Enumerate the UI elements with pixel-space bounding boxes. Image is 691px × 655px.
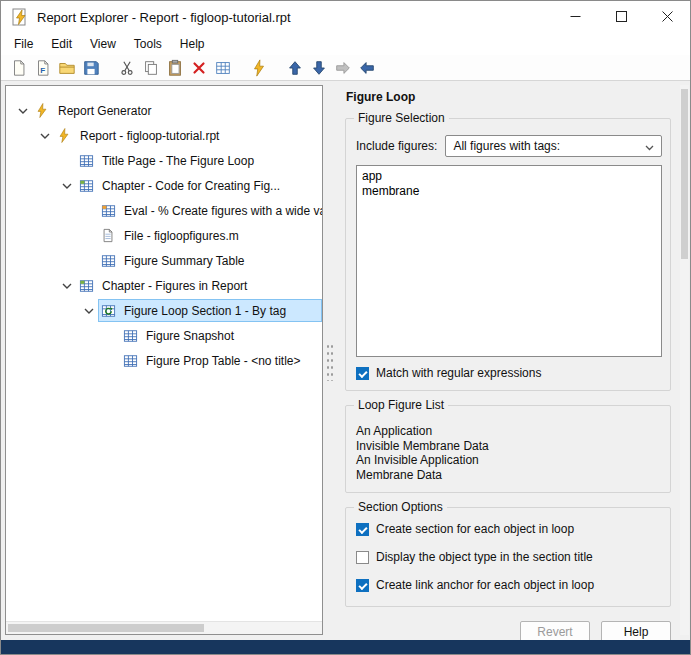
tree-item-label: Report Generator bbox=[58, 104, 151, 118]
edit-table-icon[interactable] bbox=[211, 57, 235, 79]
chevron-down-icon[interactable] bbox=[18, 107, 32, 115]
tree-horizontal-scrollbar[interactable] bbox=[6, 621, 322, 634]
minimize-button[interactable] bbox=[552, 1, 598, 32]
loop-figure-item: An Application bbox=[356, 424, 662, 439]
table-icon bbox=[79, 154, 96, 168]
loop-figure-item: Invisible Membrane Data bbox=[356, 439, 662, 454]
tree-item-label: Chapter - Figures in Report bbox=[102, 279, 247, 293]
group-title: Loop Figure List bbox=[354, 398, 448, 412]
tag-list-item[interactable]: membrane bbox=[362, 184, 656, 199]
toolbar-separator bbox=[103, 57, 115, 79]
loop-icon bbox=[101, 304, 118, 318]
include-figures-dropdown[interactable]: All figures with tags: bbox=[445, 135, 662, 157]
menu-edit[interactable]: Edit bbox=[42, 34, 81, 54]
tree-item-eval[interactable]: Eval - % Create figures with a wide var.… bbox=[6, 198, 322, 223]
table-icon bbox=[123, 354, 140, 368]
create-section-checkbox[interactable] bbox=[356, 523, 369, 536]
table-icon bbox=[123, 329, 140, 343]
move-up-icon[interactable] bbox=[283, 57, 307, 79]
tree-item-report-generator[interactable]: Report Generator bbox=[6, 98, 322, 123]
maximize-button[interactable] bbox=[598, 1, 644, 32]
display-object-type-checkbox-label: Display the object type in the section t… bbox=[376, 550, 593, 564]
tree-item-label: Title Page - The Figure Loop bbox=[102, 154, 254, 168]
status-bar bbox=[1, 640, 690, 654]
open-icon[interactable] bbox=[55, 57, 79, 79]
report-explorer-window: Report Explorer - Report - figloop-tutor… bbox=[0, 0, 691, 655]
menu-view[interactable]: View bbox=[81, 34, 125, 54]
tree-item-figure-snapshot[interactable]: Figure Snapshot bbox=[6, 323, 322, 348]
group-title: Section Options bbox=[354, 500, 447, 514]
tree-item-file[interactable]: File - figloopfigures.m bbox=[6, 223, 322, 248]
window-title: Report Explorer - Report - figloop-tutor… bbox=[37, 10, 552, 25]
regex-checkbox-label: Match with regular expressions bbox=[376, 366, 541, 380]
chevron-down-icon[interactable] bbox=[84, 307, 98, 315]
loop-figure-item: An Invisible Application bbox=[356, 453, 662, 468]
close-button[interactable] bbox=[644, 1, 690, 32]
move-down-icon[interactable] bbox=[307, 57, 331, 79]
delete-icon[interactable] bbox=[187, 57, 211, 79]
tree-item-figure-loop-section[interactable]: Figure Loop Section 1 - By tag bbox=[6, 298, 322, 323]
new-report-icon[interactable] bbox=[7, 57, 31, 79]
menu-help[interactable]: Help bbox=[171, 34, 214, 54]
tree-item-label: Chapter - Code for Creating Fig... bbox=[102, 179, 280, 193]
display-object-type-checkbox[interactable] bbox=[356, 551, 369, 564]
scrollbar-thumb[interactable] bbox=[681, 89, 688, 259]
save-icon[interactable] bbox=[79, 57, 103, 79]
tag-list-item[interactable]: app bbox=[362, 169, 656, 184]
paste-icon[interactable] bbox=[163, 57, 187, 79]
chapter-icon bbox=[79, 179, 96, 193]
outline-tree-panel: Report Generator Report - figloop-tutori… bbox=[5, 85, 323, 635]
chevron-down-icon bbox=[645, 137, 654, 155]
tag-list-box[interactable]: app membrane bbox=[356, 165, 662, 357]
panel-splitter-handle[interactable] bbox=[326, 343, 333, 381]
chevron-down-icon[interactable] bbox=[40, 132, 54, 140]
tree-item-chapter-figures[interactable]: Chapter - Figures in Report bbox=[6, 273, 322, 298]
tree-item-label: Eval - % Create figures with a wide var.… bbox=[124, 204, 323, 218]
chevron-down-icon[interactable] bbox=[62, 182, 76, 190]
svg-text:F: F bbox=[40, 65, 45, 74]
menu-tools[interactable]: Tools bbox=[125, 34, 171, 54]
dropdown-selected-value: All figures with tags: bbox=[453, 139, 560, 153]
section-options-group: Section Options Create section for each … bbox=[345, 507, 671, 607]
tree-item-title-page[interactable]: Title Page - The Figure Loop bbox=[6, 148, 322, 173]
file-icon bbox=[101, 228, 118, 243]
eval-icon bbox=[101, 204, 118, 218]
editor-vertical-scrollbar[interactable] bbox=[680, 85, 689, 635]
menu-file[interactable]: File bbox=[5, 34, 42, 54]
app-icon bbox=[11, 8, 29, 26]
tree-item-label: Figure Loop Section 1 - By tag bbox=[124, 304, 286, 318]
report-generator-icon bbox=[35, 103, 52, 118]
report-options-icon[interactable] bbox=[247, 57, 271, 79]
toolbar-separator bbox=[235, 57, 247, 79]
toolbar-separator bbox=[271, 57, 283, 79]
report-icon bbox=[57, 128, 74, 143]
tree-item-figure-summary-table[interactable]: Figure Summary Table bbox=[6, 248, 322, 273]
loop-figure-list-group: Loop Figure List An Application Invisibl… bbox=[345, 405, 671, 493]
move-left-icon[interactable] bbox=[355, 57, 379, 79]
figure-loop-editor-panel: Figure Loop Figure Selection Include fig… bbox=[335, 85, 681, 635]
chevron-down-icon[interactable] bbox=[62, 282, 76, 290]
menu-bar: File Edit View Tools Help bbox=[1, 33, 690, 55]
tree-item-label: Figure Summary Table bbox=[124, 254, 245, 268]
new-component-icon[interactable]: F bbox=[31, 57, 55, 79]
group-title: Figure Selection bbox=[354, 111, 449, 125]
tree-item-label: Figure Snapshot bbox=[146, 329, 234, 343]
loop-figure-item: Membrane Data bbox=[356, 468, 662, 483]
tree-item-label: File - figloopfigures.m bbox=[124, 229, 239, 243]
create-link-anchor-checkbox-label: Create link anchor for each object in lo… bbox=[376, 578, 594, 592]
tree-item-report[interactable]: Report - figloop-tutorial.rpt bbox=[6, 123, 322, 148]
table-icon bbox=[101, 254, 118, 268]
create-link-anchor-checkbox[interactable] bbox=[356, 579, 369, 592]
loop-figure-list: An Application Invisible Membrane Data A… bbox=[356, 424, 662, 482]
include-figures-label: Include figures: bbox=[356, 139, 437, 153]
tree-item-chapter-code[interactable]: Chapter - Code for Creating Fig... bbox=[6, 173, 322, 198]
tree-item-figure-prop-table[interactable]: Figure Prop Table - <no title> bbox=[6, 348, 322, 373]
move-right-icon[interactable] bbox=[331, 57, 355, 79]
regex-checkbox[interactable] bbox=[356, 367, 369, 380]
figure-selection-group: Figure Selection Include figures: All fi… bbox=[345, 118, 671, 391]
toolbar: F bbox=[1, 55, 690, 81]
create-section-checkbox-label: Create section for each object in loop bbox=[376, 522, 574, 536]
copy-icon[interactable] bbox=[139, 57, 163, 79]
scrollbar-thumb[interactable] bbox=[8, 624, 204, 632]
cut-icon[interactable] bbox=[115, 57, 139, 79]
